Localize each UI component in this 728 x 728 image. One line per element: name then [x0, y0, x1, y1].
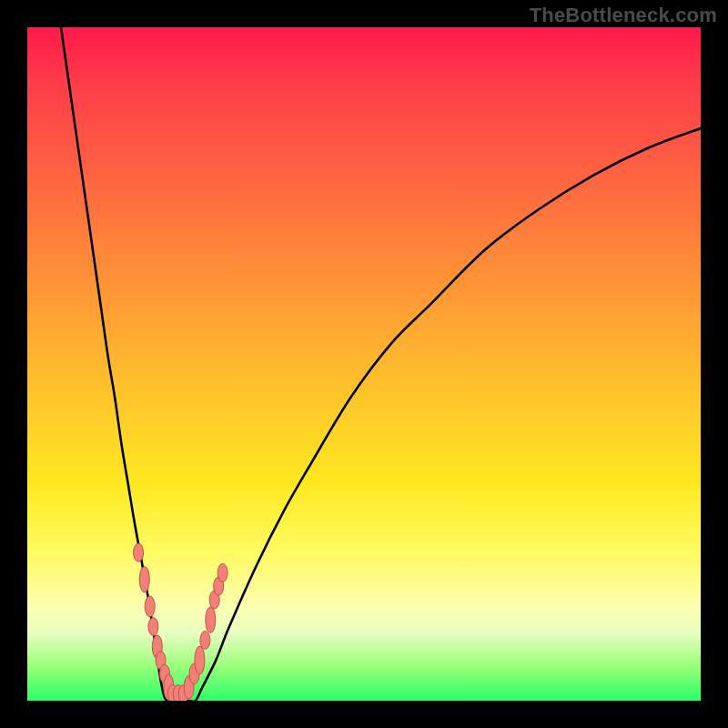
- data-point: [206, 607, 216, 632]
- data-point: [134, 543, 144, 561]
- data-point: [145, 596, 155, 617]
- data-point-markers: [134, 543, 228, 701]
- data-point: [217, 563, 228, 581]
- data-point: [195, 646, 205, 674]
- chart-svg: [27, 27, 701, 701]
- chart-frame: TheBottleneck.com: [0, 0, 728, 728]
- data-point: [139, 567, 149, 592]
- watermark-text: TheBottleneck.com: [530, 4, 717, 27]
- plot-area: [27, 27, 701, 701]
- data-point: [148, 618, 158, 636]
- data-point: [200, 631, 210, 649]
- bottleneck-curve: [61, 27, 701, 701]
